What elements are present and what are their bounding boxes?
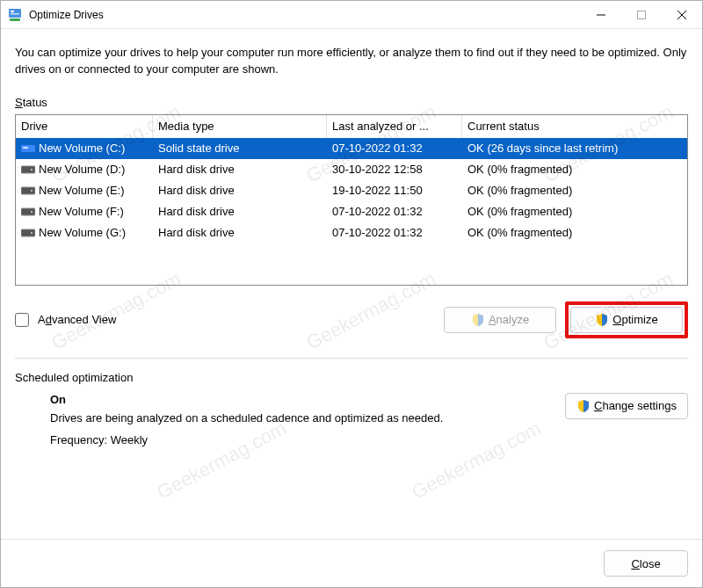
drive-icon [21,164,35,175]
drive-icon [21,185,35,196]
svg-rect-13 [21,229,35,236]
drive-status: OK (0% fragmented) [462,226,687,239]
svg-rect-9 [21,187,35,194]
drive-name: New Volume (F:) [39,205,124,218]
drive-name: New Volume (C:) [39,142,125,155]
scheduled-label: Scheduled optimization [15,371,688,384]
drive-icon [21,143,35,154]
table-row[interactable]: New Volume (F:)Hard disk drive07-10-2022… [16,201,687,222]
drive-last: 07-10-2022 01:32 [327,226,462,239]
drive-media: Hard disk drive [153,184,327,197]
footer: Close [1,539,702,587]
optimize-button[interactable]: Optimize [570,307,683,333]
drive-last: 30-10-2022 12:58 [327,163,462,176]
drive-status: OK (0% fragmented) [462,163,687,176]
drives-table: Drive Media type Last analyzed or ... Cu… [15,114,688,286]
content: You can optimize your drives to help you… [1,29,702,539]
svg-rect-11 [21,208,35,215]
maximize-button[interactable] [621,1,662,29]
drive-last: 07-10-2022 01:32 [327,205,462,218]
advanced-view-checkbox[interactable] [15,313,29,327]
app-icon [8,8,22,22]
col-last[interactable]: Last analyzed or ... [327,115,462,138]
svg-rect-14 [31,232,33,234]
divider [15,358,688,359]
close-button[interactable]: Close [604,550,688,577]
shield-icon [471,313,485,327]
col-status[interactable]: Current status [462,115,687,138]
table-body: New Volume (C:)Solid state drive07-10-20… [16,138,687,243]
status-label: Status [15,96,688,109]
drive-name: New Volume (G:) [39,226,126,239]
drive-name: New Volume (E:) [39,184,125,197]
drive-status: OK (0% fragmented) [462,184,687,197]
col-media[interactable]: Media type [153,115,327,138]
drive-name: New Volume (D:) [39,163,125,176]
drive-media: Solid state drive [153,142,327,155]
scheduled-body: On Drives are being analyzed on a schedu… [15,393,688,446]
svg-rect-1 [11,11,14,12]
close-window-button[interactable] [662,1,702,29]
table-row[interactable]: New Volume (G:)Hard disk drive07-10-2022… [16,222,687,243]
svg-rect-3 [10,18,20,21]
window-title: Optimize Drives [29,9,104,21]
below-table-row: Advanced View Analyze Optimize [15,301,688,338]
svg-rect-6 [23,147,28,149]
window: Optimize Drives You can optimize your dr… [0,0,703,588]
drive-icon [21,228,35,238]
shield-icon [576,399,591,413]
table-row[interactable]: New Volume (D:)Hard disk drive30-10-2022… [16,159,687,180]
table-row[interactable]: New Volume (C:)Solid state drive07-10-20… [16,138,687,159]
titlebar: Optimize Drives [1,1,702,29]
svg-rect-10 [31,190,33,192]
svg-rect-12 [31,211,33,213]
minimize-button[interactable] [581,1,621,29]
shield-icon [595,313,609,327]
scheduled-desc: Drives are being analyzed on a scheduled… [50,411,565,425]
table-row[interactable]: New Volume (E:)Hard disk drive19-10-2022… [16,180,687,201]
drive-last: 19-10-2022 11:50 [327,184,462,197]
drive-media: Hard disk drive [153,205,327,218]
advanced-view-label[interactable]: Advanced View [38,313,116,326]
analyze-button[interactable]: Analyze [444,307,556,333]
scheduled-freq: Frequency: Weekly [50,433,565,446]
table-header: Drive Media type Last analyzed or ... Cu… [16,115,687,138]
drive-last: 07-10-2022 01:32 [327,142,462,155]
svg-rect-8 [31,169,33,171]
drive-status: OK (26 days since last retrim) [462,142,687,155]
drive-media: Hard disk drive [153,163,327,176]
svg-rect-2 [11,13,19,15]
drive-icon [21,207,35,217]
change-settings-button[interactable]: Change settings [565,393,688,419]
intro-text: You can optimize your drives to help you… [15,45,688,78]
optimize-highlight: Optimize [565,301,688,338]
scheduled-on: On [50,393,565,406]
col-drive[interactable]: Drive [16,115,153,138]
svg-rect-4 [638,11,646,18]
svg-rect-7 [21,166,35,173]
drive-media: Hard disk drive [153,226,327,239]
drive-status: OK (0% fragmented) [462,205,687,218]
